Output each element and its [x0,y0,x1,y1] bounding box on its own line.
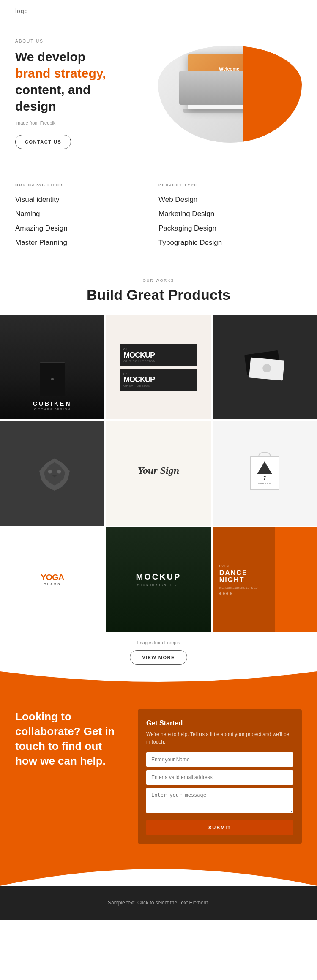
capabilities-right: PROJECT TYPE Web Design Marketing Design… [158,183,302,253]
portfolio-item-8[interactable]: MOCKUP YOUR DESIGN HERE [106,527,210,632]
footer-text: Sample text. Click to select the Text El… [108,900,209,906]
yoga-logo: YOGA CLASS [41,573,64,586]
works-title: Build Great Products [15,287,302,303]
hero-eyebrow: ABOUT US [15,39,150,43]
mockup-sub: YOUR DESIGN HERE [137,584,180,586]
our-works-section: OUR WORKS Build Great Products [0,270,317,303]
bag-shape: 7 PARNER [250,456,279,490]
hamburger-line3 [292,14,302,14]
freepik-link-hero[interactable]: Freepik [40,120,56,125]
storefront: CUBIKEN KITCHEN DESIGN [33,400,72,411]
project-type-1: Web Design [158,195,302,204]
works-credit: Images from Freepik [0,640,317,645]
submit-button[interactable]: SUBMIT [146,820,293,835]
store-sub: KITCHEN DESIGN [33,408,72,411]
freepik-link-works[interactable]: Freepik [164,640,180,645]
portfolio-item-3[interactable] [213,315,317,419]
cap-item-2: Naming [15,210,158,218]
project-type-2: Marketing Design [158,210,302,218]
capabilities-left: OUR CAPABILITIES Visual identity Naming … [15,183,158,253]
book-1: 01 MOCKUP OUR COLLECTION [120,344,197,366]
hero-image-credit: Image from Freepik [15,120,150,125]
portfolio-item-9[interactable]: EVENT DANCENIGHT INCREDIBLE DRINKS, LET'… [213,527,317,632]
cta-title: Looking to collaborate? Get in touch to … [15,709,125,768]
contact-button[interactable]: CONTACT US [15,135,71,149]
hero-title-orange: brand strategy, [15,66,106,80]
hero-title-line2: content, and [15,83,90,97]
email-input[interactable] [146,770,293,785]
svg-point-2 [48,470,52,473]
hero-image: Welcome! LEARN MORE READ MORE [158,46,302,143]
capabilities-section: OUR CAPABILITIES Visual identity Naming … [0,157,317,270]
cta-form-block: Get Started We're here to help. Tell us … [138,709,302,844]
portfolio-item-7[interactable]: YOGA CLASS [0,527,104,632]
form-card-title: Get Started [146,719,293,727]
name-input[interactable] [146,752,293,767]
mockup-text: MOCKUP [136,572,181,582]
door-rect [40,362,65,396]
hamburger-menu[interactable] [292,8,302,14]
hero-section: ABOUT US We develop brand strategy, cont… [0,22,317,157]
store-name: CUBIKEN [33,400,72,407]
hero-text-block: ABOUT US We develop brand strategy, cont… [15,39,158,149]
portfolio-item-6[interactable]: 7 PARNER [213,421,317,525]
project-type-3: Packaging Design [158,224,302,233]
laptop-mockup: Welcome! LEARN MORE READ MORE [158,46,302,143]
view-more-button[interactable]: VIEW MORE [130,650,187,665]
logo: logo [15,8,28,14]
triangle-icon [257,461,272,474]
hero-title: We develop brand strategy, content, and … [15,49,150,114]
portfolio-item-5[interactable]: Your Sign · · · · · · · · [106,421,210,525]
portfolio-item-1[interactable]: CUBIKEN KITCHEN DESIGN [0,315,104,419]
footer: Sample text. Click to select the Text El… [0,886,317,920]
works-eyebrow: OUR WORKS [15,278,302,282]
portfolio-item-2[interactable]: 01 MOCKUP OUR COLLECTION 02 MOCKUP GREAT… [106,315,210,419]
cta-wave-bottom [0,852,317,886]
biz-card-light [249,357,284,380]
cta-flex: Looking to collaborate? Get in touch to … [15,709,302,844]
hamburger-line1 [292,8,302,8]
capabilities-eyebrow: OUR CAPABILITIES [15,183,158,187]
form-card: Get Started We're here to help. Tell us … [138,709,302,844]
cap-item-4: Master Planning [15,239,158,247]
header: logo [0,0,317,22]
cta-section-wrapper: Looking to collaborate? Get in touch to … [0,671,317,886]
svg-point-3 [57,470,61,473]
book-2: 02 MOCKUP GREAT DESIGN [120,369,197,391]
script-content: Your Sign · · · · · · · · [138,465,179,482]
cap-item-3: Amazing Design [15,224,158,233]
hamburger-line2 [292,11,302,11]
form-card-desc: We're here to help. Tell us a little abo… [146,730,293,746]
cta-wave-separator [0,671,317,692]
cap-item-1: Visual identity [15,195,158,204]
hero-title-line3: design [15,99,56,113]
portfolio-grid-wrapper: CUBIKEN KITCHEN DESIGN 01 MOCKUP OUR COL… [0,315,317,632]
bag-handle [258,452,271,457]
message-input[interactable] [146,788,293,813]
portfolio-grid: CUBIKEN KITCHEN DESIGN 01 MOCKUP OUR COL… [0,315,317,632]
cta-text-block: Looking to collaborate? Get in touch to … [15,709,125,768]
biz-card-stack [246,353,284,382]
works-footer: Images from Freepik VIEW MORE [0,632,317,671]
project-type-4: Typographic Design [158,239,302,247]
lion-icon [36,456,69,490]
portfolio-item-4[interactable] [0,421,104,525]
dance-content: EVENT DANCENIGHT INCREDIBLE DRINKS, LET'… [219,565,258,595]
cta-content: Looking to collaborate? Get in touch to … [0,692,317,852]
project-type-eyebrow: PROJECT TYPE [158,183,302,187]
hero-title-line1: We develop [15,50,85,64]
